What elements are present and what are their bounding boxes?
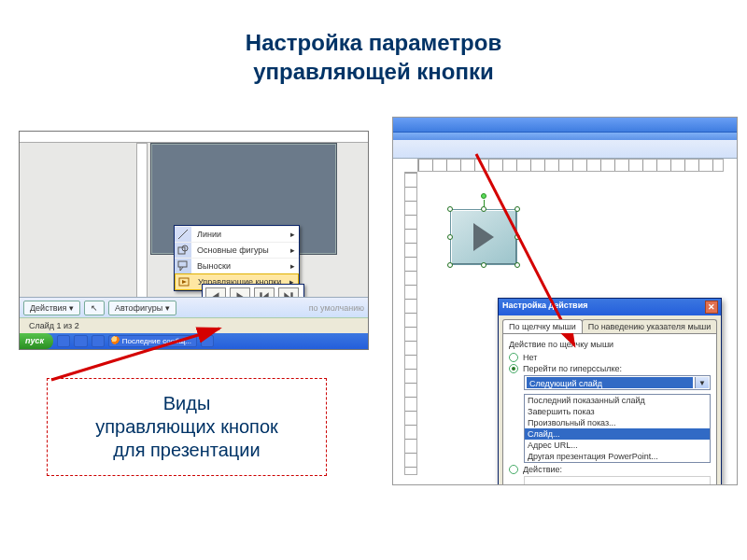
menu-item-label: Выноски [197,261,231,271]
default-label: по умолчанию [309,303,364,313]
slide-title: Настройка параметров управляющей кнопки [0,28,747,86]
chevron-right-icon: ▸ [290,261,295,271]
list-item[interactable]: Произвольный показ... [525,417,710,428]
dialog-tabs[interactable]: По щелчку мыши По наведению указателя мы… [499,315,721,333]
list-item[interactable]: Другая презентация PowerPoint... [525,451,710,462]
action-button-shape[interactable] [450,209,517,265]
screenshot-autoshapes-menu: Линии ▸ Основные фигуры ▸ Выноски ▸ Упра… [19,131,369,350]
chevron-right-icon: ▸ [290,245,295,255]
hyperlink-listbox[interactable]: Последний показанный слайд Завершить пок… [524,394,711,463]
svg-rect-2 [178,261,187,267]
slide-counter: Слайд 1 из 2 [29,321,79,330]
rotate-handle[interactable] [481,193,486,199]
status-bar: Слайд 1 из 2 [20,317,368,333]
taskbar-item-firefox[interactable]: Последние сообщ... [108,335,197,347]
horizontal-ruler [20,132,368,143]
caption-text: Виды управляющих кнопок для презентации [95,392,278,462]
menu-item-callouts[interactable]: Выноски ▸ [175,258,299,273]
radio-icon [509,364,518,373]
dialog-titlebar[interactable]: Настройка действия ✕ [499,299,721,315]
windows-taskbar[interactable]: пуск Последние сообщ... [20,333,368,349]
pointer-button[interactable]: ↖ [84,301,105,315]
radio-icon [509,353,518,362]
taskbar-item[interactable] [92,335,105,347]
menu-item-label: Основные фигуры [197,245,269,255]
dialog-body: Действие по щелчку мыши Нет Перейти по г… [502,333,717,485]
window-titlebar[interactable] [393,118,737,133]
horizontal-ruler [417,159,724,172]
autoshapes-dropdown-menu[interactable]: Линии ▸ Основные фигуры ▸ Выноски ▸ Упра… [174,225,300,291]
callout-icon [177,260,189,272]
drawing-toolbar[interactable]: Действия ▾ ↖ Автофигуры ▾ по умолчанию [20,297,368,317]
resize-handle[interactable] [447,262,453,268]
vertical-ruler [404,172,417,475]
action-settings-dialog[interactable]: Настройка действия ✕ По щелчку мыши По н… [498,298,722,485]
autoshapes-dropdown[interactable]: Автофигуры ▾ [108,301,176,315]
group-label: Действие по щелчку мыши [509,340,711,349]
vertical-ruler [136,143,148,315]
slide-canvas[interactable]: Настройка действия ✕ По щелчку мыши По н… [417,172,726,477]
tab-mouse-over[interactable]: По наведению указателя мыши [582,319,718,333]
play-icon [473,223,494,251]
taskbar-item[interactable] [57,335,70,347]
title-line2: управляющей кнопки [253,59,493,84]
radio-hyperlink[interactable]: Перейти по гиперссылке: [509,364,711,373]
powerpoint-toolbar[interactable] [393,140,737,159]
resize-handle[interactable] [514,234,520,240]
radio-none[interactable]: Нет [509,353,711,362]
action-button-icon [178,276,190,287]
chevron-right-icon: ▸ [290,230,295,239]
caption-box: Виды управляющих кнопок для презентации [47,378,327,476]
menubar-area[interactable] [393,133,737,140]
radio-icon [509,465,518,474]
combo-selected: Следующий слайд [527,377,693,388]
hyperlink-combo[interactable]: Следующий слайд ▼ [524,375,711,390]
list-item[interactable]: Адрес URL... [525,440,710,451]
resize-handle[interactable] [514,262,520,268]
lines-icon [177,229,189,240]
taskbar-item[interactable] [74,335,87,347]
menu-item-basic-shapes[interactable]: Основные фигуры ▸ [175,242,299,258]
dialog-title-text: Настройка действия [502,301,587,310]
actions-dropdown[interactable]: Действия ▾ [23,301,80,315]
menu-item-lines[interactable]: Линии ▸ [175,226,299,242]
resize-handle[interactable] [447,234,453,240]
menu-item-label: Линии [197,230,221,239]
shapes-icon [177,245,189,256]
close-button[interactable]: ✕ [705,301,718,314]
list-item[interactable]: Завершить показ [525,406,710,417]
tab-mouse-click[interactable]: По щелчку мыши [502,319,583,333]
taskbar-item[interactable] [201,335,214,347]
resize-handle[interactable] [481,262,486,268]
firefox-icon [111,336,120,344]
start-button[interactable]: пуск [20,333,53,349]
resize-handle[interactable] [514,206,520,212]
title-line1: Настройка параметров [246,30,501,55]
action-field[interactable] [524,476,711,485]
resize-handle[interactable] [447,206,453,212]
chevron-down-icon[interactable]: ▼ [695,377,709,388]
list-item[interactable]: Последний показанный слайд [525,395,710,406]
list-item-selected[interactable]: Слайд... [525,428,710,440]
radio-action[interactable]: Действие: [509,465,711,474]
screenshot-action-settings: Настройка действия ✕ По щелчку мыши По н… [392,117,738,485]
